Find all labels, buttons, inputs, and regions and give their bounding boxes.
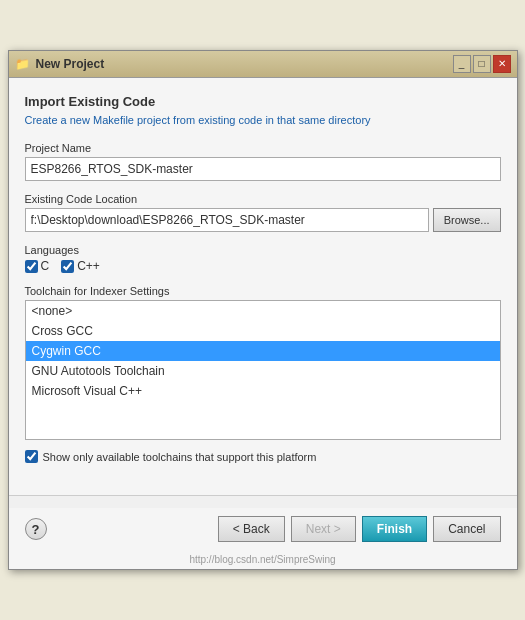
minimize-button[interactable]: _ bbox=[453, 55, 471, 73]
lang-c-checkbox[interactable] bbox=[25, 260, 38, 273]
window-title: New Project bbox=[36, 57, 105, 71]
languages-label: Languages bbox=[25, 244, 501, 256]
show-available-checkbox[interactable] bbox=[25, 450, 38, 463]
back-button[interactable]: < Back bbox=[218, 516, 285, 542]
finish-button[interactable]: Finish bbox=[362, 516, 427, 542]
show-available-row: Show only available toolchains that supp… bbox=[25, 450, 501, 463]
lang-cpp-label: C++ bbox=[77, 259, 100, 273]
close-button[interactable]: ✕ bbox=[493, 55, 511, 73]
next-button[interactable]: Next > bbox=[291, 516, 356, 542]
footer: ? < Back Next > Finish Cancel bbox=[9, 508, 517, 554]
toolchain-item[interactable]: GNU Autotools Toolchain bbox=[26, 361, 500, 381]
lang-cpp-checkbox-label[interactable]: C++ bbox=[61, 259, 100, 273]
footer-buttons: < Back Next > Finish Cancel bbox=[218, 516, 501, 542]
new-project-window: 📁 New Project _ □ ✕ Import Existing Code… bbox=[8, 50, 518, 570]
lang-c-checkbox-label[interactable]: C bbox=[25, 259, 50, 273]
lang-cpp-checkbox[interactable] bbox=[61, 260, 74, 273]
code-location-label: Existing Code Location bbox=[25, 193, 501, 205]
toolchain-item[interactable]: Cygwin GCC bbox=[26, 341, 500, 361]
footer-left: ? bbox=[25, 518, 47, 540]
languages-row: C C++ bbox=[25, 259, 501, 273]
section-description: Create a new Makefile project from exist… bbox=[25, 113, 501, 128]
maximize-button[interactable]: □ bbox=[473, 55, 491, 73]
main-content: Import Existing Code Create a new Makefi… bbox=[9, 78, 517, 495]
code-location-input[interactable] bbox=[25, 208, 429, 232]
code-location-group: Existing Code Location Browse... bbox=[25, 193, 501, 232]
toolchain-label: Toolchain for Indexer Settings bbox=[25, 285, 501, 297]
code-location-row: Browse... bbox=[25, 208, 501, 232]
toolchain-section: Toolchain for Indexer Settings <none>Cro… bbox=[25, 285, 501, 440]
browse-button[interactable]: Browse... bbox=[433, 208, 501, 232]
watermark: http://blog.csdn.net/SimpreSwing bbox=[9, 554, 517, 569]
show-available-label: Show only available toolchains that supp… bbox=[43, 451, 317, 463]
project-name-input[interactable] bbox=[25, 157, 501, 181]
title-bar-left: 📁 New Project bbox=[15, 56, 105, 72]
title-buttons: _ □ ✕ bbox=[453, 55, 511, 73]
toolchain-item[interactable]: <none> bbox=[26, 301, 500, 321]
lang-c-label: C bbox=[41, 259, 50, 273]
toolchain-item[interactable]: Microsoft Visual C++ bbox=[26, 381, 500, 401]
toolchain-item[interactable]: Cross GCC bbox=[26, 321, 500, 341]
cancel-button[interactable]: Cancel bbox=[433, 516, 500, 542]
window-icon: 📁 bbox=[15, 56, 31, 72]
toolchain-list[interactable]: <none>Cross GCCCygwin GCCGNU Autotools T… bbox=[25, 300, 501, 440]
project-name-group: Project Name bbox=[25, 142, 501, 181]
footer-divider bbox=[9, 495, 517, 496]
project-name-label: Project Name bbox=[25, 142, 501, 154]
languages-group: Languages C C++ bbox=[25, 244, 501, 273]
help-button[interactable]: ? bbox=[25, 518, 47, 540]
title-bar: 📁 New Project _ □ ✕ bbox=[9, 51, 517, 78]
section-title: Import Existing Code bbox=[25, 94, 501, 109]
